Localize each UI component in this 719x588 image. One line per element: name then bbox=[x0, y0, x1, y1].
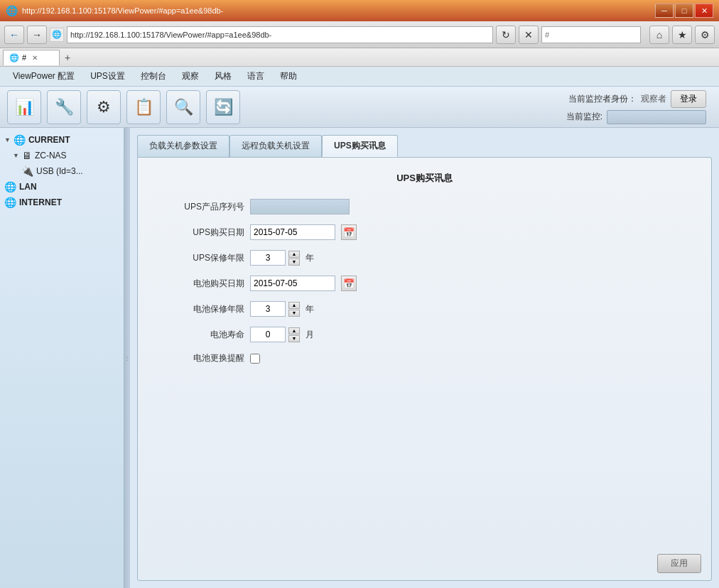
home-button[interactable]: ⌂ bbox=[649, 26, 669, 44]
serial-label: UPS产品序列号 bbox=[159, 201, 244, 213]
battery-reminder-row: 电池更换提醒 bbox=[159, 352, 690, 364]
menu-observe[interactable]: 观察 bbox=[175, 68, 206, 85]
warranty-spinner: ▲ ▼ bbox=[250, 250, 300, 266]
browser-tab-bar: 🌐 # ✕ + bbox=[0, 48, 719, 67]
maximize-button[interactable]: □ bbox=[675, 4, 693, 18]
battery-date-row: 电池购买日期 📅 bbox=[159, 276, 690, 291]
battery-life-unit: 月 bbox=[306, 329, 314, 341]
battery-life-spinner: ▲ ▼ bbox=[250, 327, 300, 342]
battery-warranty-row: 电池保修年限 ▲ ▼ 年 bbox=[159, 301, 690, 317]
apply-button[interactable]: 应用 bbox=[657, 554, 701, 573]
settings-button[interactable]: ⚙ bbox=[695, 26, 715, 44]
serial-input[interactable] bbox=[250, 199, 350, 214]
menu-ups-settings[interactable]: UPS设置 bbox=[83, 68, 132, 85]
tools-icon: 🔧 bbox=[55, 98, 74, 116]
new-tab-button[interactable]: + bbox=[60, 50, 75, 65]
login-button[interactable]: 登录 bbox=[671, 90, 706, 108]
forward-button[interactable]: → bbox=[27, 26, 47, 44]
sidebar-item-current[interactable]: ▼ 🌐 CURRENT bbox=[0, 132, 124, 148]
stop-button[interactable]: ✕ bbox=[519, 26, 539, 44]
monitor-role-row: 当前监控者身份： 观察者 登录 bbox=[568, 90, 706, 108]
current-monitor-label: 当前监控: bbox=[566, 111, 602, 123]
battery-life-input[interactable] bbox=[250, 327, 286, 342]
tab-load-shutdown[interactable]: 负载关机参数设置 bbox=[137, 135, 229, 157]
battery-date-calendar-button[interactable]: 📅 bbox=[341, 276, 357, 291]
battery-warranty-down-button[interactable]: ▼ bbox=[288, 310, 300, 317]
battery-life-row: 电池寿命 ▲ ▼ 月 bbox=[159, 327, 690, 342]
main-panel: 负载关机参数设置 远程负载关机设置 UPS购买讯息 UPS购买讯息 UPS产品序… bbox=[130, 128, 719, 588]
tab-ups-purchase[interactable]: UPS购买讯息 bbox=[322, 135, 398, 157]
browser-tab[interactable]: 🌐 # ✕ bbox=[3, 50, 60, 65]
menu-language[interactable]: 语言 bbox=[240, 68, 271, 85]
back-button[interactable]: ← bbox=[4, 26, 24, 44]
battery-life-down-button[interactable]: ▼ bbox=[288, 335, 300, 342]
sidebar-item-lan[interactable]: 🌐 LAN bbox=[0, 179, 124, 195]
menu-style[interactable]: 风格 bbox=[207, 68, 239, 85]
toolbar-btn-reports[interactable]: 📋 bbox=[126, 90, 161, 124]
sidebar-label-internet: INTERNET bbox=[19, 197, 62, 207]
warranty-input[interactable] bbox=[250, 250, 286, 266]
favorites-button[interactable]: ★ bbox=[672, 26, 692, 44]
zcnas-icon: 🖥 bbox=[22, 150, 32, 161]
warranty-label: UPS保修年限 bbox=[159, 252, 244, 264]
warranty-up-button[interactable]: ▲ bbox=[288, 251, 300, 258]
battery-warranty-label: 电池保修年限 bbox=[159, 303, 244, 315]
battery-reminder-checkbox[interactable] bbox=[250, 354, 260, 364]
menu-help[interactable]: 帮助 bbox=[273, 68, 304, 85]
sidebar-item-internet[interactable]: 🌐 INTERNET bbox=[0, 195, 124, 210]
battery-date-label: 电池购买日期 bbox=[159, 278, 244, 290]
sidebar-item-zcnas[interactable]: ▼ 🖥 ZC-NAS bbox=[0, 148, 124, 163]
sidebar: ▼ 🌐 CURRENT ▼ 🖥 ZC-NAS 🔌 USB (Id=3... 🌐 … bbox=[0, 128, 124, 588]
toolbar-btn-tools[interactable]: 🔧 bbox=[47, 90, 81, 124]
status-panel: 当前监控者身份： 观察者 登录 当前监控: bbox=[566, 90, 706, 124]
address-bar: ← → 🌐 ↻ ✕ ⌂ ★ ⚙ bbox=[0, 21, 719, 48]
menu-console[interactable]: 控制台 bbox=[134, 68, 173, 85]
menu-viewpower[interactable]: ViewPower 配置 bbox=[6, 68, 82, 85]
tab-remote-shutdown[interactable]: 远程负载关机设置 bbox=[229, 135, 322, 157]
minimize-button[interactable]: ─ bbox=[655, 4, 674, 18]
browser-tab-label: # bbox=[22, 53, 26, 62]
battery-life-up-button[interactable]: ▲ bbox=[288, 327, 300, 334]
serial-row: UPS产品序列号 bbox=[159, 199, 690, 214]
warranty-down-button[interactable]: ▼ bbox=[288, 258, 300, 266]
close-button[interactable]: ✕ bbox=[695, 4, 713, 18]
battery-reminder-label: 电池更换提醒 bbox=[159, 352, 244, 364]
warranty-spinner-buttons: ▲ ▼ bbox=[288, 251, 300, 266]
toolbar-btn-dashboard[interactable]: 📊 bbox=[7, 90, 41, 124]
usb-icon: 🔌 bbox=[21, 165, 33, 177]
toolbar-btn-search[interactable]: 🔍 bbox=[166, 90, 200, 124]
refresh-icon: 🔄 bbox=[214, 98, 233, 116]
content-area: ▼ 🌐 CURRENT ▼ 🖥 ZC-NAS 🔌 USB (Id=3... 🌐 … bbox=[0, 128, 719, 588]
search-input[interactable] bbox=[541, 26, 641, 43]
battery-life-spinner-buttons: ▲ ▼ bbox=[288, 327, 300, 342]
monitor-role-value: 观察者 bbox=[641, 93, 666, 105]
battery-date-input[interactable] bbox=[250, 276, 335, 291]
current-monitor-row: 当前监控: bbox=[566, 110, 706, 124]
address-input[interactable] bbox=[67, 26, 493, 43]
app-window: ViewPower 配置 UPS设置 控制台 观察 风格 语言 帮助 📊 🔧 ⚙… bbox=[0, 67, 719, 588]
battery-warranty-up-button[interactable]: ▲ bbox=[288, 302, 300, 309]
browser-tab-close-button[interactable]: ✕ bbox=[32, 54, 38, 62]
purchase-date-calendar-button[interactable]: 📅 bbox=[341, 224, 357, 240]
tab-content-title: UPS购买讯息 bbox=[159, 172, 690, 185]
lan-icon: 🌐 bbox=[4, 181, 16, 192]
search-icon: 🔍 bbox=[174, 98, 193, 116]
sidebar-resize-handle[interactable]: ⋮ bbox=[124, 128, 130, 588]
internet-icon: 🌐 bbox=[4, 197, 16, 208]
toolbar-btn-refresh[interactable]: 🔄 bbox=[206, 90, 240, 124]
purchase-date-label: UPS购买日期 bbox=[159, 227, 244, 239]
title-bar-icon: 🌐 bbox=[6, 5, 18, 16]
battery-warranty-input[interactable] bbox=[250, 301, 286, 317]
title-bar-controls: ─ □ ✕ bbox=[655, 4, 713, 18]
purchase-date-input[interactable] bbox=[250, 224, 335, 240]
battery-life-label: 电池寿命 bbox=[159, 329, 244, 341]
sidebar-item-usb[interactable]: 🔌 USB (Id=3... bbox=[0, 163, 124, 179]
toolbar-btn-settings[interactable]: ⚙ bbox=[87, 90, 121, 124]
sidebar-label-current: CURRENT bbox=[28, 135, 70, 145]
refresh-button[interactable]: ↻ bbox=[496, 26, 516, 44]
browser-tab-favicon: 🌐 bbox=[9, 53, 19, 62]
reports-icon: 📋 bbox=[134, 98, 153, 116]
apply-btn-container: 应用 bbox=[657, 554, 701, 573]
expand-arrow-zcnas: ▼ bbox=[13, 152, 19, 159]
battery-warranty-spinner: ▲ ▼ bbox=[250, 301, 300, 317]
